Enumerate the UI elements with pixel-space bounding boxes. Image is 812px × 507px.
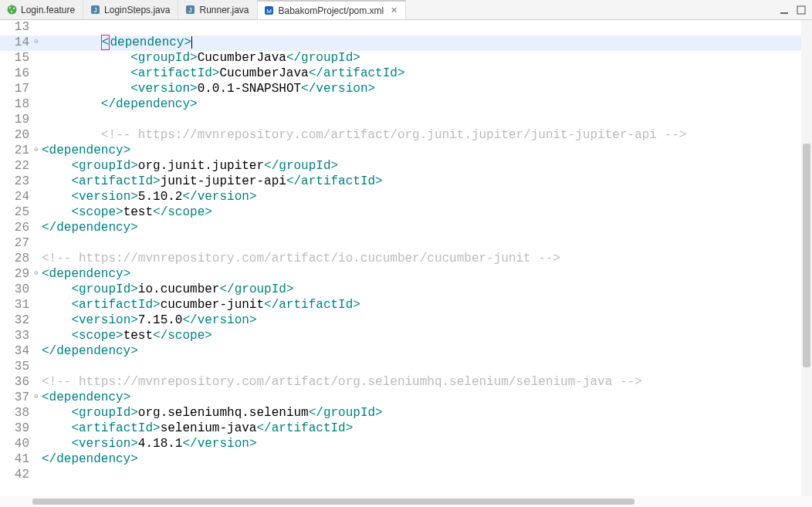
code-line[interactable]: 35 [0,360,812,375]
code-content[interactable]: <dependency> [40,35,812,51]
code-line[interactable]: 30 <groupId>io.cucumber</groupId> [0,282,812,298]
code-line[interactable]: 27 [0,236,812,252]
fold-toggle[interactable]: ⊖ [32,267,40,282]
code-token: > [130,313,138,327]
line-number: 17 [0,82,32,97]
code-content[interactable]: </dependency> [40,452,812,468]
code-content[interactable]: <!-- https://mvnrepository.com/artifact/… [40,375,812,390]
code-line[interactable]: 26</dependency> [0,221,812,236]
code-line[interactable]: 31 <artifactId>cucumber-junit</artifactI… [0,298,812,313]
code-line[interactable]: 40 <version>4.18.1</version> [0,437,812,452]
code-content[interactable]: <artifactId>cucumber-junit</artifactId> [40,298,812,313]
code-content[interactable] [40,468,812,483]
code-line[interactable]: 21⊖<dependency> [0,144,812,159]
code-content[interactable]: <dependency> [40,390,812,406]
code-line[interactable]: 37⊖<dependency> [0,390,812,406]
vertical-scrollbar[interactable] [801,20,812,496]
horizontal-scrollbar[interactable] [0,496,812,507]
horizontal-scrollbar-thumb[interactable] [32,499,634,505]
code-content[interactable]: <version>5.10.2</version> [40,190,812,205]
code-content[interactable]: </dependency> [40,97,812,113]
code-content[interactable] [40,360,812,375]
code-token: <!-- https://mvnrepository.com/artifact/… [101,128,687,142]
vertical-scrollbar-thumb[interactable] [803,144,810,367]
code-token: artifactId [79,421,153,435]
code-content[interactable]: <version>0.0.1-SNAPSHOT</version> [40,82,812,97]
code-line[interactable]: 14⊖ <dependency> [0,35,812,51]
code-line[interactable]: 13 [0,20,812,35]
fold-toggle[interactable]: ⊖ [32,390,40,406]
matched-bracket: < [101,35,110,50]
fold-toggle [32,468,40,483]
code-content[interactable]: <scope>test</scope> [40,205,812,221]
code-content[interactable]: </dependency> [40,344,812,360]
maximize-button[interactable] [795,5,807,15]
code-line[interactable]: 16 <artifactId>CucumberJava</artifactId> [0,66,812,82]
tab-login-feature[interactable]: Login.feature [0,0,83,19]
code-content[interactable]: <dependency> [40,144,812,159]
code-content[interactable]: <dependency> [40,267,812,282]
code-content[interactable]: <artifactId>junit-jupiter-api</artifactI… [40,174,812,190]
code-line[interactable]: 24 <version>5.10.2</version> [0,190,812,205]
code-editor[interactable]: 1314⊖ <dependency>15 <groupId>CucumberJa… [0,20,812,496]
code-line[interactable]: 39 <artifactId>selenium-java</artifactId… [0,421,812,437]
code-content[interactable]: <version>4.18.1</version> [40,437,812,452]
code-content[interactable] [40,20,812,35]
code-content[interactable] [40,113,812,128]
code-content[interactable] [40,236,812,252]
code-line[interactable]: 36<!-- https://mvnrepository.com/artifac… [0,375,812,390]
code-content[interactable]: <artifactId>CucumberJava</artifactId> [40,66,812,82]
code-line[interactable]: 28<!-- https://mvnrepository.com/artifac… [0,252,812,267]
code-token: < [42,267,49,281]
code-line[interactable]: 34</dependency> [0,344,812,360]
code-token: groupId [138,51,190,65]
code-content[interactable]: <artifactId>selenium-java</artifactId> [40,421,812,437]
code-token: dependency [56,221,130,235]
line-number: 34 [0,344,32,360]
fold-toggle [32,159,40,174]
tab-runner-java[interactable]: JRunner.java [178,0,257,19]
code-content[interactable]: <!-- https://mvnrepository.com/artifact/… [40,128,812,144]
code-content[interactable]: <groupId>org.junit.jupiter</groupId> [40,159,812,174]
code-line[interactable]: 23 <artifactId>junit-jupiter-api</artifa… [0,174,812,190]
code-token: > [205,205,212,219]
close-icon[interactable]: ✕ [391,5,398,15]
minimize-button[interactable] [778,5,790,15]
fold-toggle[interactable]: ⊖ [32,35,40,51]
fold-minus-icon: ⊖ [34,38,38,46]
code-line[interactable]: 42 [0,468,812,483]
code-token: </ [264,298,279,312]
line-number: 38 [0,406,32,421]
code-token [42,421,71,435]
code-token: > [190,82,198,96]
fold-toggle [32,82,40,97]
code-line[interactable]: 18 </dependency> [0,97,812,113]
code-content[interactable]: <groupId>CucumberJava</groupId> [40,51,812,66]
code-line[interactable]: 22 <groupId>org.junit.jupiter</groupId> [0,159,812,174]
code-line[interactable]: 29⊖<dependency> [0,267,812,282]
tab-babakomproject-pom-xml[interactable]: MBabakomProject/pom.xml✕ [258,0,407,19]
code-line[interactable]: 41</dependency> [0,452,812,468]
svg-rect-10 [780,12,788,14]
line-number: 36 [0,375,32,390]
code-line[interactable]: 20 <!-- https://mvnrepository.com/artifa… [0,128,812,144]
code-token: </ [286,174,301,188]
code-content[interactable]: <scope>test</scope> [40,329,812,344]
code-line[interactable]: 33 <scope>test</scope> [0,329,812,344]
code-line[interactable]: 15 <groupId>CucumberJava</groupId> [0,51,812,66]
line-number: 13 [0,20,32,35]
code-content[interactable]: <version>7.15.0</version> [40,313,812,329]
code-line[interactable]: 17 <version>0.0.1-SNAPSHOT</version> [0,82,812,97]
code-token [42,82,130,96]
code-line[interactable]: 38 <groupId>org.seleniumhq.selenium</gro… [0,406,812,421]
code-token: < [71,282,79,296]
code-content[interactable]: <groupId>org.seleniumhq.selenium</groupI… [40,406,812,421]
code-line[interactable]: 25 <scope>test</scope> [0,205,812,221]
code-content[interactable]: <!-- https://mvnrepository.com/artifact/… [40,252,812,267]
fold-toggle[interactable]: ⊖ [32,144,40,159]
code-line[interactable]: 32 <version>7.15.0</version> [0,313,812,329]
code-content[interactable]: <groupId>io.cucumber</groupId> [40,282,812,298]
tab-loginsteps-java[interactable]: JLoginSteps.java [83,0,178,19]
code-line[interactable]: 19 [0,113,812,128]
code-content[interactable]: </dependency> [40,221,812,236]
